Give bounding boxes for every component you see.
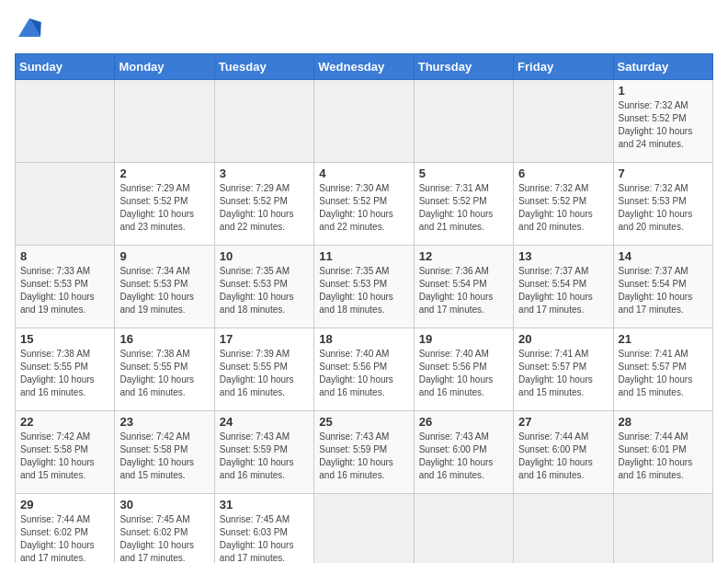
calendar-cell <box>314 80 414 163</box>
cell-content: Sunrise: 7:44 AMSunset: 6:00 PMDaylight:… <box>518 431 608 482</box>
day-number: 2 <box>119 167 209 180</box>
day-number: 21 <box>619 332 708 346</box>
day-number: 11 <box>319 249 408 263</box>
day-number: 24 <box>220 415 309 429</box>
calendar-cell: 11Sunrise: 7:35 AMSunset: 5:53 PMDayligh… <box>314 246 414 328</box>
calendar-cell: 4Sunrise: 7:30 AMSunset: 5:52 PMDaylight… <box>314 163 414 246</box>
calendar-cell: 30Sunrise: 7:45 AMSunset: 6:02 PMDayligh… <box>115 494 214 564</box>
cell-content: Sunrise: 7:29 AMSunset: 5:52 PMDaylight:… <box>119 182 209 234</box>
calendar-cell: 16Sunrise: 7:38 AMSunset: 5:55 PMDayligh… <box>115 328 214 411</box>
day-number: 30 <box>119 498 209 511</box>
day-number: 17 <box>220 332 309 346</box>
calendar-cell: 8Sunrise: 7:33 AMSunset: 5:53 PMDaylight… <box>16 246 115 328</box>
calendar-cell: 29Sunrise: 7:44 AMSunset: 6:02 PMDayligh… <box>16 494 115 564</box>
day-number: 9 <box>119 249 209 263</box>
header-cell-thursday: Thursday <box>414 54 513 80</box>
calendar-cell <box>414 494 513 564</box>
calendar-cell: 18Sunrise: 7:40 AMSunset: 5:56 PMDayligh… <box>314 328 414 411</box>
calendar-cell: 23Sunrise: 7:42 AMSunset: 5:58 PMDayligh… <box>115 411 214 494</box>
cell-content: Sunrise: 7:34 AMSunset: 5:53 PMDaylight:… <box>119 265 209 316</box>
day-number: 5 <box>419 167 508 180</box>
calendar-cell: 24Sunrise: 7:43 AMSunset: 5:59 PMDayligh… <box>214 411 313 494</box>
day-number: 7 <box>619 167 708 180</box>
header-cell-monday: Monday <box>115 54 214 80</box>
calendar-cell <box>514 494 613 564</box>
cell-content: Sunrise: 7:41 AMSunset: 5:57 PMDaylight:… <box>518 348 608 399</box>
day-number: 25 <box>319 415 408 429</box>
calendar-cell: 14Sunrise: 7:37 AMSunset: 5:54 PMDayligh… <box>613 246 712 328</box>
day-number: 13 <box>518 249 608 263</box>
calendar-week-5: 29Sunrise: 7:44 AMSunset: 6:02 PMDayligh… <box>16 494 713 564</box>
calendar-cell: 1Sunrise: 7:32 AMSunset: 5:52 PMDaylight… <box>613 80 712 163</box>
day-number: 1 <box>619 84 708 98</box>
day-number: 23 <box>119 415 209 429</box>
calendar-cell <box>314 494 414 564</box>
cell-content: Sunrise: 7:32 AMSunset: 5:52 PMDaylight:… <box>518 182 608 234</box>
cell-content: Sunrise: 7:35 AMSunset: 5:53 PMDaylight:… <box>220 265 309 316</box>
day-number: 6 <box>518 167 608 180</box>
cell-content: Sunrise: 7:37 AMSunset: 5:54 PMDaylight:… <box>518 265 608 316</box>
calendar-cell: 31Sunrise: 7:45 AMSunset: 6:03 PMDayligh… <box>214 494 313 564</box>
day-number: 28 <box>619 415 708 429</box>
cell-content: Sunrise: 7:38 AMSunset: 5:55 PMDaylight:… <box>119 348 209 399</box>
calendar-cell: 13Sunrise: 7:37 AMSunset: 5:54 PMDayligh… <box>514 246 613 328</box>
calendar-header: SundayMondayTuesdayWednesdayThursdayFrid… <box>16 54 713 80</box>
day-number: 20 <box>518 332 608 346</box>
cell-content: Sunrise: 7:45 AMSunset: 6:03 PMDaylight:… <box>220 513 309 563</box>
cell-content: Sunrise: 7:33 AMSunset: 5:53 PMDaylight:… <box>20 265 109 316</box>
cell-content: Sunrise: 7:44 AMSunset: 6:02 PMDaylight:… <box>20 513 109 563</box>
calendar-cell: 2Sunrise: 7:29 AMSunset: 5:52 PMDaylight… <box>115 163 214 246</box>
cell-content: Sunrise: 7:40 AMSunset: 5:56 PMDaylight:… <box>319 348 408 399</box>
day-number: 29 <box>20 498 109 511</box>
calendar-cell: 5Sunrise: 7:31 AMSunset: 5:52 PMDaylight… <box>414 163 513 246</box>
calendar-cell: 28Sunrise: 7:44 AMSunset: 6:01 PMDayligh… <box>613 411 712 494</box>
cell-content: Sunrise: 7:38 AMSunset: 5:55 PMDaylight:… <box>20 348 109 399</box>
day-number: 22 <box>20 415 109 429</box>
logo-icon <box>15 15 44 44</box>
cell-content: Sunrise: 7:29 AMSunset: 5:52 PMDaylight:… <box>220 182 309 234</box>
header-cell-saturday: Saturday <box>613 54 712 80</box>
day-number: 4 <box>319 167 408 180</box>
header-cell-wednesday: Wednesday <box>314 54 414 80</box>
calendar-cell: 26Sunrise: 7:43 AMSunset: 6:00 PMDayligh… <box>414 411 513 494</box>
day-number: 26 <box>419 415 508 429</box>
cell-content: Sunrise: 7:30 AMSunset: 5:52 PMDaylight:… <box>319 182 408 234</box>
cell-content: Sunrise: 7:35 AMSunset: 5:53 PMDaylight:… <box>319 265 408 316</box>
calendar: SundayMondayTuesdayWednesdayThursdayFrid… <box>15 53 713 563</box>
calendar-cell <box>613 494 712 564</box>
day-number: 8 <box>20 249 109 263</box>
cell-content: Sunrise: 7:37 AMSunset: 5:54 PMDaylight:… <box>619 265 708 316</box>
calendar-week-1: 2Sunrise: 7:29 AMSunset: 5:52 PMDaylight… <box>16 163 713 246</box>
day-number: 3 <box>220 167 309 180</box>
cell-content: Sunrise: 7:40 AMSunset: 5:56 PMDaylight:… <box>419 348 508 399</box>
calendar-week-4: 22Sunrise: 7:42 AMSunset: 5:58 PMDayligh… <box>16 411 713 494</box>
logo <box>15 15 48 44</box>
cell-content: Sunrise: 7:42 AMSunset: 5:58 PMDaylight:… <box>119 431 209 482</box>
day-number: 16 <box>119 332 209 346</box>
calendar-cell: 21Sunrise: 7:41 AMSunset: 5:57 PMDayligh… <box>613 328 712 411</box>
calendar-week-2: 8Sunrise: 7:33 AMSunset: 5:53 PMDaylight… <box>16 246 713 328</box>
day-number: 12 <box>419 249 508 263</box>
day-number: 14 <box>619 249 708 263</box>
calendar-week-0: 1Sunrise: 7:32 AMSunset: 5:52 PMDaylight… <box>16 80 713 163</box>
header-row: SundayMondayTuesdayWednesdayThursdayFrid… <box>16 54 713 80</box>
cell-content: Sunrise: 7:43 AMSunset: 6:00 PMDaylight:… <box>419 431 508 482</box>
calendar-cell: 19Sunrise: 7:40 AMSunset: 5:56 PMDayligh… <box>414 328 513 411</box>
calendar-cell: 10Sunrise: 7:35 AMSunset: 5:53 PMDayligh… <box>214 246 313 328</box>
cell-content: Sunrise: 7:44 AMSunset: 6:01 PMDaylight:… <box>619 431 708 482</box>
page-header <box>15 15 713 44</box>
calendar-cell: 20Sunrise: 7:41 AMSunset: 5:57 PMDayligh… <box>514 328 613 411</box>
day-number: 19 <box>419 332 508 346</box>
calendar-cell: 25Sunrise: 7:43 AMSunset: 5:59 PMDayligh… <box>314 411 414 494</box>
day-number: 15 <box>20 332 109 346</box>
calendar-cell: 6Sunrise: 7:32 AMSunset: 5:52 PMDaylight… <box>514 163 613 246</box>
calendar-cell <box>16 163 115 246</box>
cell-content: Sunrise: 7:39 AMSunset: 5:55 PMDaylight:… <box>220 348 309 399</box>
cell-content: Sunrise: 7:36 AMSunset: 5:54 PMDaylight:… <box>419 265 508 316</box>
calendar-cell <box>214 80 313 163</box>
cell-content: Sunrise: 7:41 AMSunset: 5:57 PMDaylight:… <box>619 348 708 399</box>
cell-content: Sunrise: 7:31 AMSunset: 5:52 PMDaylight:… <box>419 182 508 234</box>
calendar-body: 1Sunrise: 7:32 AMSunset: 5:52 PMDaylight… <box>16 80 713 564</box>
calendar-cell: 15Sunrise: 7:38 AMSunset: 5:55 PMDayligh… <box>16 328 115 411</box>
cell-content: Sunrise: 7:43 AMSunset: 5:59 PMDaylight:… <box>319 431 408 482</box>
